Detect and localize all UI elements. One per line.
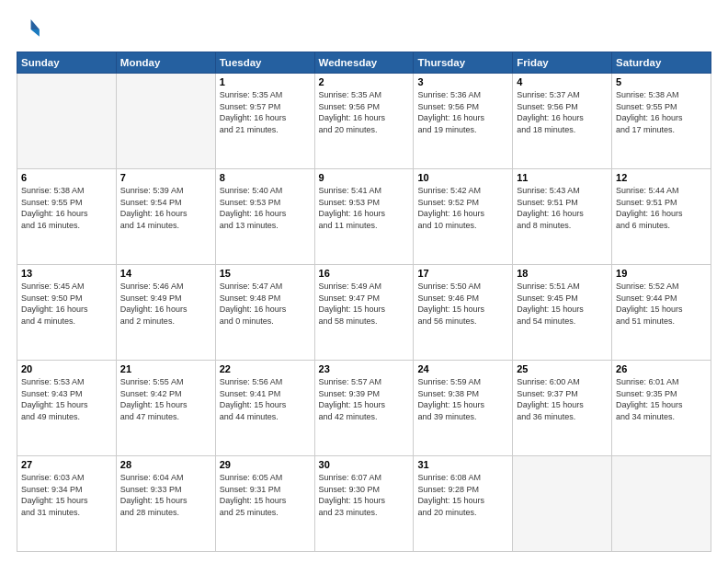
calendar-cell: 11Sunrise: 5:43 AM Sunset: 9:51 PM Dayli… (513, 169, 612, 265)
calendar-cell: 17Sunrise: 5:50 AM Sunset: 9:46 PM Dayli… (414, 265, 513, 361)
calendar-cell (513, 456, 612, 552)
day-info: Sunrise: 5:47 AM Sunset: 9:48 PM Dayligh… (220, 281, 311, 327)
day-info: Sunrise: 6:00 AM Sunset: 9:37 PM Dayligh… (517, 376, 608, 422)
calendar-cell: 27Sunrise: 6:03 AM Sunset: 9:34 PM Dayli… (17, 456, 117, 552)
calendar-cell (116, 74, 215, 169)
weekday-header-friday: Friday (513, 52, 612, 74)
calendar-cell: 5Sunrise: 5:38 AM Sunset: 9:55 PM Daylig… (612, 74, 711, 169)
day-number: 3 (417, 76, 508, 87)
calendar-cell: 19Sunrise: 5:52 AM Sunset: 9:44 PM Dayli… (612, 265, 711, 361)
day-info: Sunrise: 5:50 AM Sunset: 9:46 PM Dayligh… (417, 281, 508, 327)
day-info: Sunrise: 6:03 AM Sunset: 9:34 PM Dayligh… (21, 472, 112, 518)
day-number: 19 (616, 268, 707, 279)
day-number: 29 (220, 459, 311, 470)
day-info: Sunrise: 6:08 AM Sunset: 9:28 PM Dayligh… (417, 472, 508, 518)
calendar-cell: 31Sunrise: 6:08 AM Sunset: 9:28 PM Dayli… (414, 456, 513, 552)
calendar-cell: 16Sunrise: 5:49 AM Sunset: 9:47 PM Dayli… (314, 265, 414, 361)
day-number: 22 (220, 363, 311, 374)
day-number: 7 (120, 172, 211, 183)
calendar-cell: 21Sunrise: 5:55 AM Sunset: 9:42 PM Dayli… (116, 361, 215, 456)
day-info: Sunrise: 5:55 AM Sunset: 9:42 PM Dayligh… (120, 376, 211, 422)
day-number: 11 (517, 172, 608, 183)
day-info: Sunrise: 5:40 AM Sunset: 9:53 PM Dayligh… (220, 185, 311, 231)
calendar-cell: 23Sunrise: 5:57 AM Sunset: 9:39 PM Dayli… (314, 361, 414, 456)
page: SundayMondayTuesdayWednesdayThursdayFrid… (0, 0, 728, 563)
weekday-header-thursday: Thursday (414, 52, 513, 74)
day-number: 12 (616, 172, 707, 183)
day-number: 26 (616, 363, 707, 374)
calendar-cell: 15Sunrise: 5:47 AM Sunset: 9:48 PM Dayli… (215, 265, 314, 361)
logo (17, 17, 46, 42)
calendar-cell: 4Sunrise: 5:37 AM Sunset: 9:56 PM Daylig… (513, 74, 612, 169)
day-info: Sunrise: 5:37 AM Sunset: 9:56 PM Dayligh… (517, 89, 608, 135)
day-info: Sunrise: 5:36 AM Sunset: 9:56 PM Dayligh… (417, 89, 508, 135)
calendar-week-3: 13Sunrise: 5:45 AM Sunset: 9:50 PM Dayli… (17, 265, 711, 361)
day-info: Sunrise: 5:38 AM Sunset: 9:55 PM Dayligh… (21, 185, 112, 231)
header (17, 17, 711, 42)
calendar-cell: 26Sunrise: 6:01 AM Sunset: 9:35 PM Dayli… (612, 361, 711, 456)
day-info: Sunrise: 6:04 AM Sunset: 9:33 PM Dayligh… (120, 472, 211, 518)
day-info: Sunrise: 5:35 AM Sunset: 9:56 PM Dayligh… (319, 89, 410, 135)
calendar-cell: 9Sunrise: 5:41 AM Sunset: 9:53 PM Daylig… (314, 169, 414, 265)
day-number: 1 (220, 76, 311, 87)
day-info: Sunrise: 5:44 AM Sunset: 9:51 PM Dayligh… (616, 185, 707, 231)
day-info: Sunrise: 5:59 AM Sunset: 9:38 PM Dayligh… (417, 376, 508, 422)
day-info: Sunrise: 5:51 AM Sunset: 9:45 PM Dayligh… (517, 281, 608, 327)
day-number: 30 (319, 459, 410, 470)
weekday-header-tuesday: Tuesday (215, 52, 314, 74)
calendar-cell: 3Sunrise: 5:36 AM Sunset: 9:56 PM Daylig… (414, 74, 513, 169)
day-info: Sunrise: 5:45 AM Sunset: 9:50 PM Dayligh… (21, 281, 112, 327)
calendar-week-2: 6Sunrise: 5:38 AM Sunset: 9:55 PM Daylig… (17, 169, 711, 265)
svg-marker-0 (31, 19, 40, 29)
calendar-week-1: 1Sunrise: 5:35 AM Sunset: 9:57 PM Daylig… (17, 74, 711, 169)
calendar-cell: 28Sunrise: 6:04 AM Sunset: 9:33 PM Dayli… (116, 456, 215, 552)
day-number: 31 (417, 459, 508, 470)
day-info: Sunrise: 5:39 AM Sunset: 9:54 PM Dayligh… (120, 185, 211, 231)
day-number: 16 (319, 268, 410, 279)
day-number: 27 (21, 459, 112, 470)
day-info: Sunrise: 5:49 AM Sunset: 9:47 PM Dayligh… (319, 281, 410, 327)
day-number: 28 (120, 459, 211, 470)
day-number: 20 (21, 363, 112, 374)
weekday-header-monday: Monday (116, 52, 215, 74)
svg-marker-1 (31, 29, 40, 37)
day-info: Sunrise: 6:05 AM Sunset: 9:31 PM Dayligh… (220, 472, 311, 518)
calendar-cell: 30Sunrise: 6:07 AM Sunset: 9:30 PM Dayli… (314, 456, 414, 552)
calendar-cell: 18Sunrise: 5:51 AM Sunset: 9:45 PM Dayli… (513, 265, 612, 361)
weekday-header-row: SundayMondayTuesdayWednesdayThursdayFrid… (17, 52, 711, 74)
calendar-cell: 13Sunrise: 5:45 AM Sunset: 9:50 PM Dayli… (17, 265, 117, 361)
logo-icon (17, 17, 42, 42)
day-number: 18 (517, 268, 608, 279)
calendar-cell: 25Sunrise: 6:00 AM Sunset: 9:37 PM Dayli… (513, 361, 612, 456)
calendar-week-5: 27Sunrise: 6:03 AM Sunset: 9:34 PM Dayli… (17, 456, 711, 552)
weekday-header-saturday: Saturday (612, 52, 711, 74)
day-info: Sunrise: 5:53 AM Sunset: 9:43 PM Dayligh… (21, 376, 112, 422)
calendar-cell: 7Sunrise: 5:39 AM Sunset: 9:54 PM Daylig… (116, 169, 215, 265)
day-number: 14 (120, 268, 211, 279)
calendar-cell: 24Sunrise: 5:59 AM Sunset: 9:38 PM Dayli… (414, 361, 513, 456)
day-info: Sunrise: 6:01 AM Sunset: 9:35 PM Dayligh… (616, 376, 707, 422)
day-info: Sunrise: 5:52 AM Sunset: 9:44 PM Dayligh… (616, 281, 707, 327)
calendar-cell: 6Sunrise: 5:38 AM Sunset: 9:55 PM Daylig… (17, 169, 117, 265)
calendar-cell: 20Sunrise: 5:53 AM Sunset: 9:43 PM Dayli… (17, 361, 117, 456)
day-info: Sunrise: 5:42 AM Sunset: 9:52 PM Dayligh… (417, 185, 508, 231)
day-number: 10 (417, 172, 508, 183)
day-number: 24 (417, 363, 508, 374)
day-info: Sunrise: 5:35 AM Sunset: 9:57 PM Dayligh… (220, 89, 311, 135)
day-number: 25 (517, 363, 608, 374)
day-info: Sunrise: 5:43 AM Sunset: 9:51 PM Dayligh… (517, 185, 608, 231)
calendar-cell: 10Sunrise: 5:42 AM Sunset: 9:52 PM Dayli… (414, 169, 513, 265)
calendar-cell: 8Sunrise: 5:40 AM Sunset: 9:53 PM Daylig… (215, 169, 314, 265)
day-info: Sunrise: 5:57 AM Sunset: 9:39 PM Dayligh… (319, 376, 410, 422)
calendar-cell: 1Sunrise: 5:35 AM Sunset: 9:57 PM Daylig… (215, 74, 314, 169)
calendar-cell: 22Sunrise: 5:56 AM Sunset: 9:41 PM Dayli… (215, 361, 314, 456)
calendar-cell: 12Sunrise: 5:44 AM Sunset: 9:51 PM Dayli… (612, 169, 711, 265)
weekday-header-wednesday: Wednesday (314, 52, 414, 74)
day-number: 4 (517, 76, 608, 87)
day-number: 21 (120, 363, 211, 374)
day-info: Sunrise: 6:07 AM Sunset: 9:30 PM Dayligh… (319, 472, 410, 518)
day-info: Sunrise: 5:56 AM Sunset: 9:41 PM Dayligh… (220, 376, 311, 422)
calendar-week-4: 20Sunrise: 5:53 AM Sunset: 9:43 PM Dayli… (17, 361, 711, 456)
calendar-table: SundayMondayTuesdayWednesdayThursdayFrid… (17, 52, 711, 552)
day-number: 23 (319, 363, 410, 374)
